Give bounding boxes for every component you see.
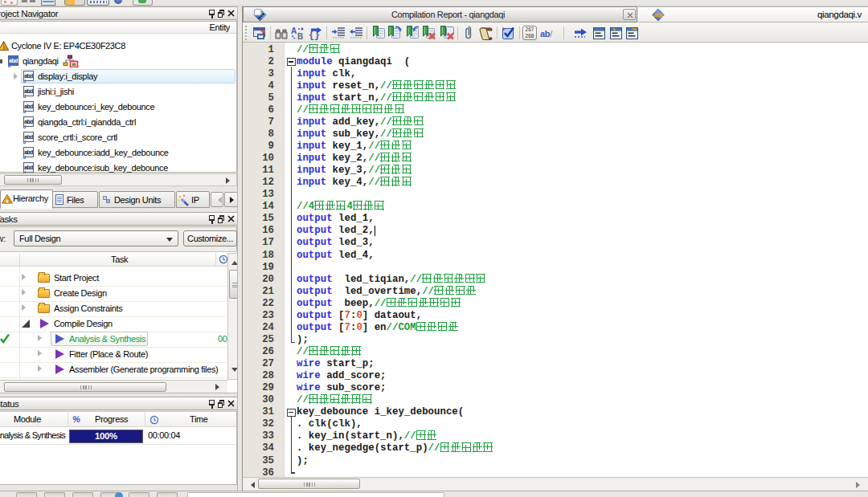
svg-text:abc: abc <box>653 11 663 18</box>
svg-text:B: B <box>297 32 303 40</box>
svg-text:A: A <box>291 26 297 35</box>
